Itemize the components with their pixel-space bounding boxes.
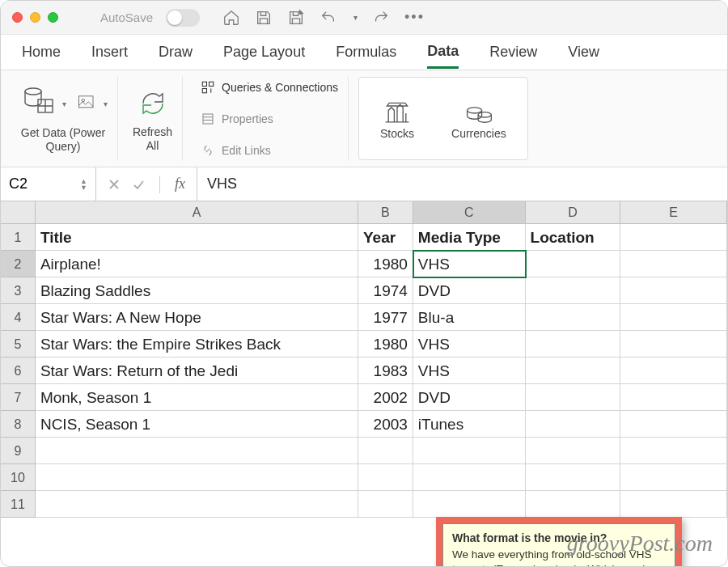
cell[interactable]: Star Wars: the Empire Strikes Back [36, 331, 358, 358]
maximize-window-icon[interactable] [48, 12, 58, 23]
cell[interactable]: VHS [413, 358, 526, 384]
name-box[interactable]: C2 ▲▼ [1, 167, 96, 201]
cell[interactable] [413, 464, 526, 491]
row-header[interactable]: 4 [1, 304, 36, 331]
cell-selected[interactable]: VHS [413, 251, 526, 277]
autosave-toggle[interactable] [166, 9, 200, 27]
cell[interactable] [526, 277, 621, 304]
cell[interactable] [526, 411, 621, 438]
get-data-icon[interactable] [19, 83, 57, 125]
cell[interactable]: Media Type [413, 224, 526, 251]
cell[interactable] [413, 491, 526, 518]
undo-icon[interactable] [320, 9, 337, 27]
col-header-b[interactable]: B [358, 201, 413, 224]
cell[interactable]: Airplane! [36, 251, 358, 277]
cell[interactable]: DVD [413, 384, 526, 411]
more-commands-icon[interactable]: ••• [404, 9, 422, 27]
from-picture-icon[interactable] [76, 91, 99, 116]
cell[interactable]: VHS [413, 331, 526, 358]
cell[interactable] [526, 438, 621, 464]
select-all-corner[interactable] [1, 201, 36, 224]
cell[interactable]: 1977 [358, 304, 413, 331]
redo-icon[interactable] [372, 9, 390, 27]
col-header-a[interactable]: A [36, 201, 358, 224]
cell[interactable] [526, 358, 621, 384]
cell[interactable]: iTunes [413, 411, 526, 438]
cell[interactable] [620, 384, 727, 411]
cell[interactable] [620, 277, 727, 304]
row-header[interactable]: 3 [1, 277, 36, 304]
cell[interactable]: Title [36, 224, 358, 251]
cell[interactable]: Blazing Saddles [36, 277, 358, 304]
save-icon[interactable] [255, 9, 273, 27]
cell[interactable]: Star Wars: A New Hope [36, 304, 358, 331]
cell[interactable]: 1974 [358, 277, 413, 304]
row-header[interactable]: 10 [1, 464, 36, 491]
cell[interactable]: Monk, Season 1 [36, 384, 358, 411]
home-icon[interactable] [222, 9, 240, 27]
close-window-icon[interactable] [12, 12, 23, 23]
cell[interactable] [620, 304, 727, 331]
tab-insert[interactable]: Insert [91, 37, 128, 67]
row-header[interactable]: 6 [1, 358, 36, 384]
cell[interactable]: Location [526, 224, 621, 251]
tab-view[interactable]: View [568, 37, 599, 67]
cell[interactable] [358, 491, 413, 518]
row-header[interactable]: 9 [1, 438, 36, 464]
cell[interactable]: 2002 [358, 384, 413, 411]
cell[interactable] [620, 491, 727, 518]
cell[interactable] [620, 438, 727, 464]
name-box-stepper[interactable]: ▲▼ [80, 178, 87, 191]
formula-input[interactable]: VHS [197, 167, 727, 201]
currencies-button[interactable]: Currencies [451, 101, 506, 140]
cell[interactable] [358, 438, 413, 464]
tab-review[interactable]: Review [489, 37, 537, 67]
row-header[interactable]: 2 [1, 251, 36, 277]
tab-formulas[interactable]: Formulas [336, 37, 396, 67]
tab-data[interactable]: Data [427, 36, 459, 69]
cell[interactable] [526, 304, 621, 331]
cell[interactable] [620, 251, 727, 277]
cell[interactable] [526, 384, 621, 411]
undo-dropdown-icon[interactable]: ▾ [353, 13, 358, 22]
col-header-e[interactable]: E [620, 201, 727, 224]
row-header[interactable]: 11 [1, 491, 36, 518]
cell[interactable]: 2003 [358, 411, 413, 438]
row-header[interactable]: 7 [1, 384, 36, 411]
cell[interactable]: NCIS, Season 1 [36, 411, 358, 438]
save-as-icon[interactable] [287, 9, 305, 27]
cell[interactable] [526, 251, 621, 277]
cell[interactable] [620, 464, 727, 491]
cell[interactable] [36, 438, 358, 464]
row-header[interactable]: 5 [1, 331, 36, 358]
cell[interactable]: Blu-a [413, 304, 526, 331]
cell[interactable] [413, 438, 526, 464]
stocks-button[interactable]: Stocks [380, 101, 414, 140]
cancel-formula-icon[interactable] [108, 178, 121, 191]
tab-draw[interactable]: Draw [159, 37, 193, 67]
cell[interactable]: Year [358, 224, 413, 251]
cell[interactable] [526, 331, 621, 358]
get-data-dropdown-icon[interactable]: ▾ [62, 99, 66, 108]
tab-page-layout[interactable]: Page Layout [223, 37, 305, 67]
col-header-d[interactable]: D [526, 201, 621, 224]
cell[interactable] [526, 491, 621, 518]
from-picture-dropdown-icon[interactable]: ▾ [104, 99, 108, 108]
cell[interactable]: 1983 [358, 358, 413, 384]
cell[interactable] [620, 331, 727, 358]
cell[interactable]: 1980 [358, 251, 413, 277]
cell[interactable] [526, 464, 621, 491]
cell[interactable]: DVD [413, 277, 526, 304]
cell[interactable]: 1980 [358, 331, 413, 358]
cell[interactable] [620, 411, 727, 438]
cell[interactable] [620, 224, 727, 251]
queries-connections-button[interactable]: Queries & Connections [201, 74, 338, 100]
minimize-window-icon[interactable] [30, 12, 40, 23]
cell[interactable] [358, 464, 413, 491]
row-header[interactable]: 8 [1, 411, 36, 438]
row-header[interactable]: 1 [1, 224, 36, 251]
col-header-c[interactable]: C [413, 201, 526, 224]
cell[interactable]: Star Wars: Return of the Jedi [36, 358, 358, 384]
cell[interactable] [36, 491, 358, 518]
tab-home[interactable]: Home [22, 37, 61, 67]
